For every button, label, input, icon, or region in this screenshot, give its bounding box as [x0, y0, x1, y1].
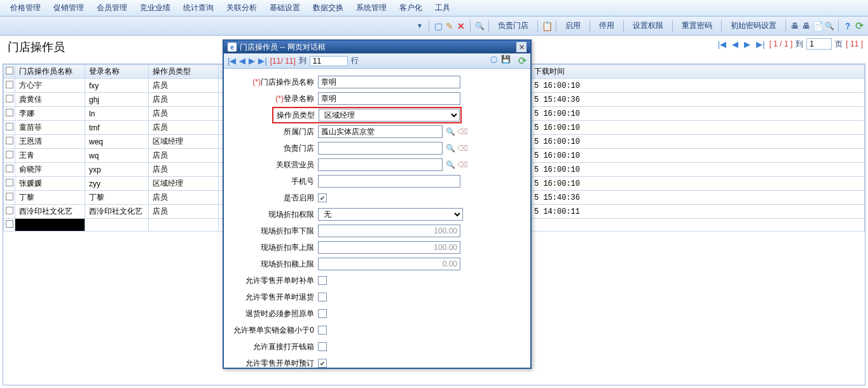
close-icon[interactable]: ✕	[516, 42, 527, 52]
search-button[interactable]	[474, 21, 485, 31]
set-permission-button[interactable]: 设置权限	[628, 18, 668, 33]
page-position: [ 1 / 1 ]	[769, 39, 793, 48]
refresh-icon[interactable]	[854, 21, 864, 31]
init-password-button[interactable]: 初始密码设置	[726, 18, 782, 33]
delete-button[interactable]	[456, 21, 466, 31]
menu-item[interactable]: 促销管理	[47, 0, 90, 16]
last-page-icon[interactable]: ▶|	[755, 39, 766, 49]
menu-item[interactable]: 工具	[429, 0, 457, 16]
ie-icon: e	[228, 43, 237, 52]
print-icon[interactable]	[790, 21, 800, 31]
page-total: [ 11 ]	[846, 39, 863, 48]
page-label: 页	[835, 39, 843, 50]
menu-bar: 价格管理 促销管理 会员管理 竞业业绩 统计查询 关联分析 基础设置 数据交换 …	[0, 0, 868, 17]
menu-item[interactable]: 竞业业绩	[134, 0, 177, 16]
menu-item[interactable]: 价格管理	[4, 0, 47, 16]
reset-password-button[interactable]: 重置密码	[677, 18, 717, 33]
resp-store-button[interactable]: 负责门店	[493, 18, 534, 33]
export-icon[interactable]: 📄	[813, 21, 823, 31]
disable-button[interactable]: 停用	[594, 18, 619, 33]
menu-item[interactable]: 系统管理	[350, 0, 393, 16]
prev-page-icon[interactable]: ◀	[731, 39, 740, 49]
dialog-titlebar: e 门店操作员 -- 网页对话框 ✕	[224, 41, 530, 52]
filter-icon[interactable]	[415, 21, 425, 31]
page-title: 门店操作员	[3, 37, 70, 52]
menu-item[interactable]: 客户化	[393, 0, 429, 16]
enable-button[interactable]: 启用	[560, 18, 586, 33]
menu-item[interactable]: 基础设置	[263, 0, 307, 16]
page-input[interactable]	[806, 38, 832, 50]
to-label: 到	[796, 39, 803, 50]
menu-item[interactable]: 统计查询	[177, 0, 220, 16]
print2-icon[interactable]	[801, 21, 811, 31]
edit-button[interactable]	[444, 21, 455, 31]
next-page-icon[interactable]: ▶	[743, 39, 752, 49]
menu-item[interactable]: 关联分析	[220, 0, 263, 16]
preview-icon[interactable]	[824, 21, 834, 31]
toolbar: 负责门店 📋 启用 停用 设置权限 重置密码 初始密码设置 📄	[0, 17, 868, 36]
dialog-title: 门店操作员 -- 网页对话框	[240, 42, 326, 53]
new-button[interactable]	[433, 21, 443, 31]
help-icon[interactable]	[843, 21, 853, 31]
copy-icon[interactable]: 📋	[542, 21, 552, 31]
operator-dialog: e 门店操作员 -- 网页对话框 ✕ |◀ ◀ ▶ ▶| [11/ 11] 到 …	[223, 39, 532, 52]
first-page-icon[interactable]: |◀	[717, 39, 727, 49]
menu-item[interactable]: 数据交换	[307, 0, 350, 16]
menu-item[interactable]: 会员管理	[90, 0, 134, 16]
